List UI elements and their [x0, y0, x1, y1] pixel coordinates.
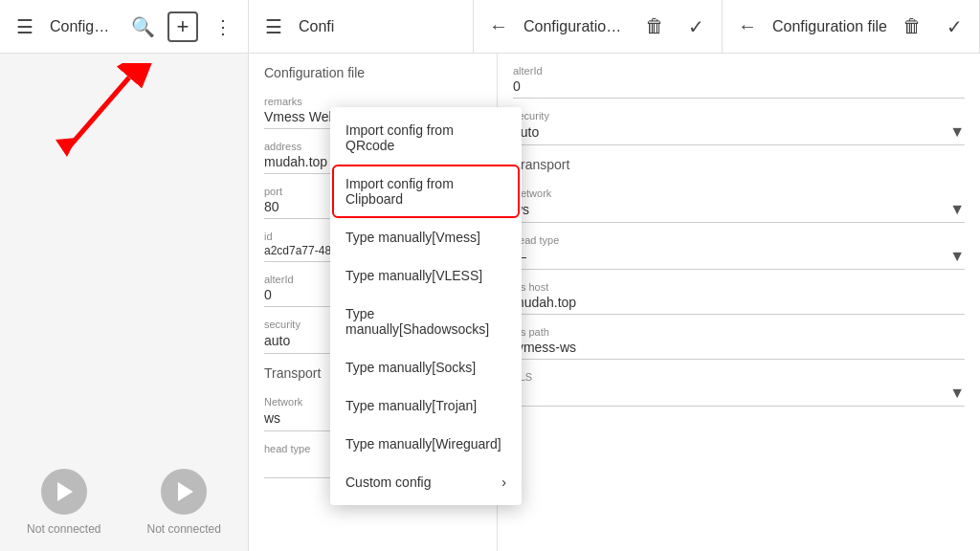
panel4-header: ← Configuration file 🗑 ✓ — [723, 0, 980, 53]
panel1-header: ☰ Configuration... 🔍 + ⋮ — [0, 0, 249, 53]
svg-marker-2 — [56, 138, 77, 157]
dropdown-item-trojan[interactable]: Type manually[Trojan] — [330, 386, 522, 425]
dropdown-item-clipboard[interactable]: Import config from Clipboard — [334, 166, 518, 216]
not-connected-label-2: Not connected — [147, 522, 221, 536]
wspath-value-right[interactable]: /vmess-ws — [513, 340, 965, 360]
search-icon-1[interactable]: 🔍 — [125, 10, 160, 44]
play-button-1[interactable] — [41, 469, 87, 515]
check-icon-4[interactable]: ✓ — [937, 10, 971, 44]
trash-icon-3[interactable]: 🗑 — [637, 10, 672, 44]
alterid-value-right[interactable]: 0 — [513, 78, 965, 99]
dropdown-item-custom[interactable]: Custom config › — [330, 463, 522, 501]
panel1-title: Configuration... — [50, 18, 118, 35]
dropdown-item-vmess[interactable]: Type manually[Vmess] — [330, 218, 522, 256]
connection-group-2: Not connected — [147, 469, 221, 536]
dropdown-item-wireguard[interactable]: Type manually[Wireguard] — [330, 425, 522, 463]
not-connected-label-1: Not connected — [27, 522, 100, 536]
back-icon-4[interactable]: ← — [730, 10, 765, 44]
left-panel: Not connected Not connected — [0, 54, 249, 551]
config-section-title-middle: Configuration file — [264, 54, 481, 84]
remarks-label: remarks — [264, 96, 481, 107]
dropdown-item-qrcode[interactable]: Import config from QRcode — [330, 111, 522, 165]
chevron-right-icon: › — [501, 474, 506, 490]
wshost-value-right[interactable]: mudah.top — [513, 295, 965, 315]
security-label-right: security — [513, 110, 965, 121]
chevron-down-network-right: ▼ — [949, 201, 965, 218]
panel4-title: Configuration file — [772, 18, 887, 35]
play-icon-2 — [178, 482, 193, 501]
headtype-label-right: head type — [513, 234, 965, 246]
config-panel-right: alterId 0 security auto ▼ Transport Netw… — [498, 54, 980, 551]
network-select-right[interactable]: ws ▼ — [513, 201, 965, 223]
dropdown-item-vless[interactable]: Type manually[VLESS] — [330, 256, 522, 295]
security-value-right: auto — [513, 124, 949, 140]
wshost-label-right: ws host — [513, 281, 965, 293]
transport-label-right: Transport — [513, 145, 965, 176]
dropdown-item-shadowsocks[interactable]: Type manually[Shadowsocks] — [330, 295, 522, 348]
panel3-title: Configuration file — [523, 18, 630, 35]
wspath-label-right: ws path — [513, 326, 965, 338]
chevron-down-security-right: ▼ — [949, 123, 965, 141]
panel2-header: ☰ Confi — [249, 0, 474, 53]
headtype-value-right: — — [513, 249, 949, 264]
tls-select-right[interactable]: ▼ — [513, 385, 965, 407]
tls-label-right: TLS — [513, 371, 965, 383]
dropdown-menu: Import config from QRcode Import config … — [330, 107, 522, 505]
menu-icon-2[interactable]: ☰ — [256, 10, 291, 44]
panel3-header: ← Configuration file 🗑 ✓ — [474, 0, 723, 53]
network-label-right: Network — [513, 187, 965, 199]
trash-icon-4[interactable]: 🗑 — [895, 10, 929, 44]
panel2-title: Confi — [299, 18, 465, 35]
connection-group-1: Not connected — [27, 469, 100, 536]
play-icon-1 — [57, 482, 73, 501]
check-icon-3[interactable]: ✓ — [679, 10, 714, 44]
play-button-2[interactable] — [161, 469, 207, 515]
headtype-select-right[interactable]: — ▼ — [513, 248, 965, 270]
alterid-label-right: alterId — [513, 65, 965, 77]
back-icon-3[interactable]: ← — [481, 10, 516, 44]
security-select-right[interactable]: auto ▼ — [513, 123, 965, 145]
network-value-right: ws — [513, 202, 949, 217]
svg-line-1 — [67, 77, 129, 149]
chevron-down-headtype-right: ▼ — [949, 248, 965, 265]
menu-icon-1[interactable]: ☰ — [8, 10, 42, 44]
more-vert-icon-1[interactable]: ⋮ — [206, 10, 240, 44]
add-button-1[interactable]: + — [167, 11, 198, 42]
dropdown-item-socks[interactable]: Type manually[Socks] — [330, 348, 522, 386]
chevron-down-tls-right: ▼ — [949, 385, 965, 402]
